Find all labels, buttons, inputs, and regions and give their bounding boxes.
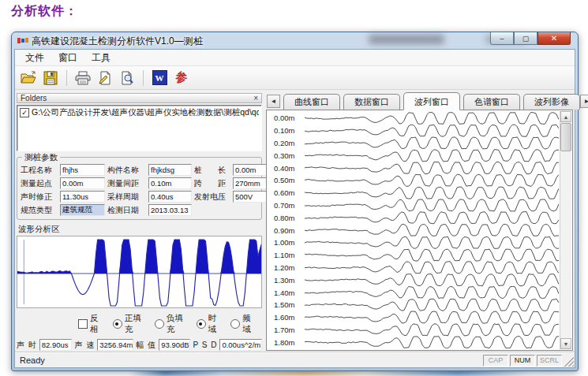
status-text: Ready (20, 356, 483, 365)
resize-grip[interactable] (564, 357, 574, 367)
depth-label: 0.70m (267, 199, 303, 212)
param-label: 构件名称 (107, 165, 146, 176)
depth-label: 1.70m (267, 324, 303, 337)
pile-params-title: 测桩参数 (22, 152, 60, 163)
export-report-icon[interactable] (96, 69, 114, 87)
keyboard-indicators: CAPNUMSCRL (483, 355, 562, 367)
save-icon[interactable] (42, 69, 59, 87)
param-label: 桩 长 (194, 165, 230, 176)
param-label: 规范类型 (21, 205, 58, 216)
menu-item-文件[interactable]: 文件 (18, 50, 51, 66)
folders-panel: Folders × ✓G:\公司产品设计开发\超声仪器\超声仪实地检测数据\测桩… (17, 93, 262, 351)
maximize-button[interactable]: ▢ (514, 32, 537, 45)
param-value[interactable]: fhjhs (60, 164, 105, 176)
param-value[interactable]: 2013.03.13 (148, 204, 192, 216)
depth-label: 1.30m (267, 274, 303, 286)
scroll-up-icon[interactable]: ▲ (560, 111, 571, 122)
param-value[interactable]: 建筑规范 (60, 204, 105, 216)
vertical-scrollbar[interactable]: ▲ ▼ (560, 111, 571, 349)
depth-label: 0.10m (267, 125, 303, 137)
radio-selected-icon[interactable] (113, 319, 122, 329)
folders-close-icon[interactable]: × (253, 95, 258, 102)
print-preview-icon[interactable] (118, 69, 136, 87)
window-title: 高铁建设混凝土检测分析软件V1.0—测桩 (32, 35, 203, 48)
param-value[interactable]: 0.00m (60, 177, 105, 189)
readout-value[interactable]: 93.90dB (159, 339, 190, 351)
readout-label: P S D (193, 341, 217, 349)
open-folder-icon[interactable] (20, 69, 37, 87)
close-button[interactable]: ✕ (537, 32, 571, 45)
word-export-icon[interactable]: W (151, 69, 168, 87)
tab-波列窗口[interactable]: 波列窗口 (403, 92, 460, 110)
depth-label: 1.80m (267, 336, 303, 348)
tab-数据窗口[interactable]: 数据窗口 (343, 94, 400, 110)
param-value[interactable]: 11.30us (60, 191, 105, 203)
tab-波列影像[interactable]: 波列影像 (523, 94, 580, 110)
readout-label: 声 时 (17, 340, 37, 351)
tab-曲线窗口[interactable]: 曲线窗口 (283, 94, 340, 110)
wave-train-panel: 0.00m0.10m0.20m0.30m0.40m0.50m0.60m0.70m… (266, 110, 573, 351)
folder-list-item[interactable]: ✓G:\公司产品设计开发\超声仪器\超声仪实地检测数据\测桩qd\qd03\qd… (20, 107, 259, 118)
invert-checkbox[interactable] (78, 319, 88, 329)
parameters-icon[interactable]: 参 (173, 69, 190, 87)
invert-option[interactable]: 反相 (78, 313, 103, 335)
pile-params-group: 测桩参数 工程名称fhjhs构件名称fhjkdsg桩 长0.00m测量起点0.0… (17, 157, 262, 220)
window-controls: – ▢ ✕ (490, 32, 571, 45)
readout-value[interactable]: 0.00us^2/m (219, 339, 262, 351)
wave-traces (305, 112, 559, 348)
scroll-thumb[interactable] (560, 123, 571, 151)
folders-title: Folders (21, 94, 253, 102)
wave-analysis-plot[interactable] (17, 236, 262, 308)
radio-unselected-icon[interactable] (155, 319, 164, 329)
wave-trace (305, 125, 559, 136)
readout-value[interactable]: 82.90us (39, 339, 73, 351)
tab-色谱窗口[interactable]: 色谱窗口 (463, 94, 520, 110)
readout-value[interactable]: 3256.94m/s (97, 339, 133, 351)
param-value[interactable]: 0.10m (148, 177, 192, 189)
main-area: Folders × ✓G:\公司产品设计开发\超声仪器\超声仪实地检测数据\测桩… (15, 90, 575, 352)
depth-label: 0.20m (267, 137, 303, 150)
titlebar-glass-reflection (369, 35, 444, 44)
wave-trace (305, 199, 559, 211)
wave-trace (305, 212, 559, 224)
fill-option[interactable]: 负填充 (155, 313, 187, 335)
domain-option-label: 时域 (208, 313, 222, 335)
pile-params-grid: 工程名称fhjhs构件名称fhjkdsg桩 长0.00m测量起点0.00m测量间… (21, 164, 258, 216)
tab-scroll-right-icon[interactable]: ► (580, 95, 588, 108)
tab-strip: ◄曲线窗口数据窗口波列窗口色谱窗口波列影像► (266, 93, 573, 110)
wave-trace (305, 225, 559, 236)
fill-option[interactable]: 正填充 (113, 313, 145, 335)
radio-selected-icon[interactable] (197, 319, 206, 329)
wave-trace (305, 299, 559, 311)
depth-label: 1.50m (267, 299, 303, 311)
depth-label: 1.20m (267, 262, 303, 274)
readouts-row: 声 时82.90us声 速3256.94m/s幅 值93.90dBP S D0.… (17, 339, 262, 351)
folders-list[interactable]: ✓G:\公司产品设计开发\超声仪器\超声仪实地检测数据\测桩qd\qd03\qd… (17, 105, 262, 151)
app-window: 高铁建设混凝土检测分析软件V1.0—测桩 – ▢ ✕ 文件窗口工具 (11, 32, 579, 371)
tab-scroll-left-icon[interactable]: ◄ (267, 95, 280, 108)
domain-option[interactable]: 时域 (197, 313, 222, 335)
param-value[interactable]: 0.40us (148, 191, 192, 203)
checkbox-checked-icon[interactable]: ✓ (20, 108, 29, 117)
display-panel: ◄曲线窗口数据窗口波列窗口色谱窗口波列影像► 0.00m0.10m0.20m0.… (266, 93, 573, 351)
menu-item-工具[interactable]: 工具 (84, 50, 118, 66)
print-icon[interactable] (74, 69, 92, 87)
radio-unselected-icon[interactable] (230, 319, 240, 329)
depth-label: 0.50m (267, 174, 303, 187)
wave-trace (305, 311, 559, 323)
scroll-down-icon[interactable]: ▼ (560, 338, 571, 349)
menu-item-窗口[interactable]: 窗口 (51, 50, 84, 66)
minimize-button[interactable]: – (490, 32, 514, 45)
readout-label: 声 速 (74, 340, 95, 351)
menu-bar: 文件窗口工具 (15, 50, 575, 66)
depth-label: 1.40m (267, 286, 303, 299)
domain-option[interactable]: 频域 (230, 313, 256, 335)
depth-label: 0.90m (267, 224, 303, 236)
param-label: 测量间距 (107, 178, 146, 189)
window-titlebar[interactable]: 高铁建设混凝土检测分析软件V1.0—测桩 – ▢ ✕ (12, 32, 578, 49)
param-value[interactable]: fhjkdsg (148, 164, 192, 176)
param-label: 跨 距 (194, 178, 230, 189)
param-label: 检测日期 (107, 205, 146, 216)
wave-trace (305, 162, 559, 173)
wave-trace (305, 337, 559, 348)
